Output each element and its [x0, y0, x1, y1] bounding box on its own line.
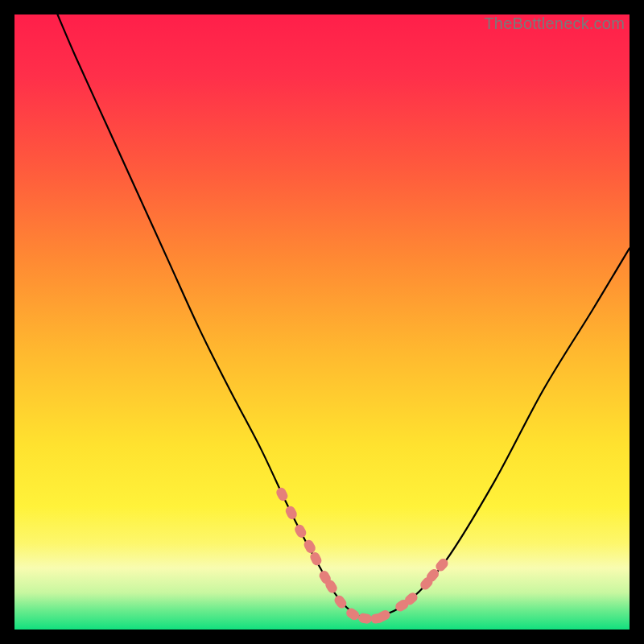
chart-svg	[14, 14, 630, 630]
curve-marker	[284, 505, 299, 521]
curve-marker	[293, 523, 308, 539]
bottleneck-curve	[57, 14, 630, 619]
curve-markers	[275, 486, 450, 625]
watermark-text: TheBottleneck.com	[484, 14, 625, 33]
outer-frame: TheBottleneck.com	[0, 0, 644, 644]
curve-marker	[275, 486, 289, 502]
curve-marker	[308, 551, 323, 567]
curve-marker	[357, 613, 373, 625]
plot-area: TheBottleneck.com	[14, 14, 630, 630]
